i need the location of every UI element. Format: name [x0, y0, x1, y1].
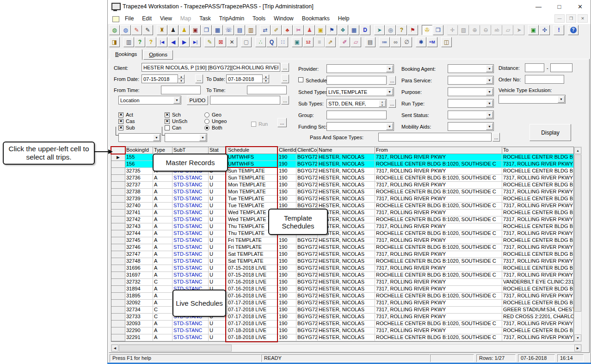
grid-cell[interactable]: 07-16-2018 LIVE — [227, 286, 278, 293]
grid-row[interactable]: 32747ASTD-STANCUSat TEMPLATE190BGYG72HES… — [111, 251, 573, 258]
grid-column-header[interactable]: Stat — [209, 147, 227, 154]
grid-cell[interactable]: A — [153, 272, 172, 279]
vehicle-group-button[interactable]: ❐ — [201, 25, 212, 35]
vehicle-alert-button[interactable]: ⚑ — [407, 25, 418, 35]
grid-cell[interactable]: 7317, ROLLING RIVER PKWY — [502, 161, 574, 168]
grid-cell[interactable]: A — [153, 237, 172, 244]
grid-cell[interactable]: STD-STANC — [172, 244, 209, 251]
row-selector-cell[interactable] — [111, 258, 125, 265]
to-time-input[interactable] — [247, 86, 287, 94]
pass-space-input[interactable] — [378, 133, 492, 142]
grid-row[interactable]: 32093ASTD-STANCU07-17-2018 LIVE190BGYG72… — [111, 321, 573, 327]
grid-cell[interactable]: STD-STANC — [172, 258, 209, 265]
grid-column-header[interactable]: Type — [153, 147, 172, 154]
menu-tools[interactable]: Tools — [248, 13, 270, 24]
grid-cell[interactable]: 190 — [278, 168, 296, 175]
grid-cell[interactable]: STD-STANC — [172, 216, 209, 223]
calendar-12-button[interactable]: 12 — [303, 37, 314, 47]
client-browse-button[interactable]: ... — [281, 63, 289, 72]
grid-vertical-scrollbar[interactable]: ▲ ▼ — [574, 147, 582, 342]
can-type-select[interactable]: ▼ — [165, 133, 207, 142]
grid-row[interactable]: 32743ASTD-STANCUThu TEMPLATE190BGYG72HES… — [111, 223, 573, 230]
grid-cell[interactable]: U — [209, 196, 227, 203]
grid-cell[interactable]: 7317, ROLLING RIVER PKWY — [375, 210, 502, 216]
grid-cell[interactable]: 07-18-2018 LIVE — [227, 327, 278, 334]
grid-cell[interactable]: 7317, ROLLING RIVER PKWY — [375, 286, 502, 293]
booking-agent-dropdown-icon[interactable]: ▼ — [486, 65, 493, 72]
run-type-dropdown-icon[interactable]: ▼ — [486, 100, 493, 107]
grid-cell[interactable]: 32736 — [125, 175, 153, 182]
menu-file[interactable]: File — [121, 13, 138, 24]
grid-cell[interactable]: 7317, ROLLING RIVER PKWY — [375, 279, 502, 286]
grid-cell[interactable]: Fri TEMPLATE — [227, 237, 278, 244]
delete-record-button[interactable]: ✕ — [227, 37, 237, 47]
grid-cell[interactable]: 190 — [278, 327, 296, 334]
grid-row[interactable]: 32740ASTD-STANCUTue TEMPLATE190BGYG72HES… — [111, 203, 573, 210]
scroll-right-icon[interactable]: ▶ — [574, 345, 581, 352]
grid-row[interactable]: 32741ASTD-STANCUWed TEMPLATE190BGYG72HES… — [111, 210, 573, 216]
grid-cell[interactable]: 7317, ROLLING RIVER PKWY — [375, 237, 502, 244]
grid-cell[interactable]: Sun TEMPLATE — [227, 168, 278, 175]
grid-cell[interactable]: ROCHELLE CENTER BLDG B:1020, SOUTHSIDE C — [375, 293, 502, 300]
booking-agent-select[interactable]: ▼ — [448, 64, 494, 73]
grid-cell[interactable]: 7317, ROLLING RIVER PKWY — [375, 182, 502, 189]
row-selector-cell[interactable] — [111, 168, 125, 175]
minimize-button[interactable]: — — [528, 0, 549, 13]
grid-cell[interactable]: 190 — [278, 334, 296, 341]
grid-cell[interactable]: 7317, ROLLING RIVER PKWY — [375, 314, 502, 321]
grid-cell[interactable]: HESTER, NICOLAS — [318, 189, 375, 196]
grid-cell[interactable]: UMTWHFS — [227, 154, 278, 161]
grid-cell[interactable]: 190 — [278, 286, 296, 293]
mark-pen-button[interactable]: ✐ — [339, 37, 350, 47]
purpose-dropdown-icon[interactable]: ▼ — [486, 88, 493, 95]
grid-cell[interactable]: 7317, ROLLING RIVER PKWY — [502, 272, 574, 279]
grid-cell[interactable]: 190 — [278, 321, 296, 327]
grid-column-header[interactable]: ClientId — [278, 147, 296, 154]
grid-cell[interactable]: 32734 — [125, 307, 153, 314]
vertical-scroll-thumb[interactable] — [574, 154, 581, 312]
grid-cell[interactable]: 7317, ROLLING RIVER PKWY — [502, 175, 574, 182]
grid-cell[interactable]: 31894 — [125, 286, 153, 293]
grid-cell[interactable]: 32740 — [125, 203, 153, 210]
grid-cell[interactable]: U — [209, 279, 227, 286]
grid-cell[interactable]: Mon TEMPLATE — [227, 189, 278, 196]
grid-cell[interactable]: Tue TEMPLATE — [227, 196, 278, 203]
sub-types-spinner[interactable]: ∧∨ — [379, 100, 386, 107]
filter-cas-checkbox[interactable]: ✕ — [118, 119, 123, 124]
print-button[interactable]: ▤ — [365, 37, 376, 47]
client-input[interactable] — [142, 63, 280, 72]
grid-cell[interactable]: BGYG72 — [296, 279, 318, 286]
schedule-checkbox[interactable] — [298, 77, 303, 82]
grid-cell[interactable]: 32742 — [125, 216, 153, 223]
grid-cell[interactable]: 190 — [278, 265, 296, 272]
grid-cell[interactable]: STD-STANC — [172, 182, 209, 189]
row-selector-cell[interactable] — [111, 251, 125, 258]
grid-cell[interactable]: A — [153, 196, 172, 203]
grid-cell[interactable]: 32746 — [125, 244, 153, 251]
grid-cell[interactable]: 7317, ROLLING RIVER PKWY — [375, 307, 502, 314]
grid-cell[interactable]: U — [209, 251, 227, 258]
row-selector-cell[interactable] — [111, 210, 125, 216]
row-selector-cell[interactable] — [111, 182, 125, 189]
client-dark-button[interactable]: ♟ — [168, 25, 179, 35]
grid-row[interactable]: 32738ASTD-STANCUMon TEMPLATE190BGYG72HES… — [111, 189, 573, 196]
group-input[interactable] — [326, 111, 387, 119]
grid-cell[interactable]: U — [209, 223, 227, 230]
grid-cell[interactable]: BGYG72 — [296, 265, 318, 272]
location-type-dropdown-icon[interactable]: ▼ — [173, 97, 180, 104]
grid-cell[interactable]: RED CROSS 2:2201, CHARLOTTE A — [502, 314, 574, 321]
grid-cell[interactable]: 7317, ROLLING RIVER PKWY — [375, 327, 502, 334]
row-selector-cell[interactable] — [111, 175, 125, 182]
schedule-browse-button[interactable]: ... — [388, 76, 396, 85]
grid-cell[interactable]: A — [153, 203, 172, 210]
grid-cell[interactable]: ROCHELLE CENTER BLDG B:1020, — [502, 196, 574, 203]
nav-last-button[interactable]: ▶| — [190, 37, 201, 47]
grid-cell[interactable]: BGYG72 — [296, 175, 318, 182]
grid-cell[interactable]: U — [209, 216, 227, 223]
grid-cell[interactable]: STD-STANC — [172, 251, 209, 258]
grid-cell[interactable]: 190 — [278, 182, 296, 189]
row-selector-cell[interactable] — [111, 307, 125, 314]
client-route-button[interactable]: ➤ — [374, 25, 385, 35]
grid-column-header[interactable]: To — [502, 147, 574, 154]
grid-cell[interactable]: STD-STANC — [172, 196, 209, 203]
